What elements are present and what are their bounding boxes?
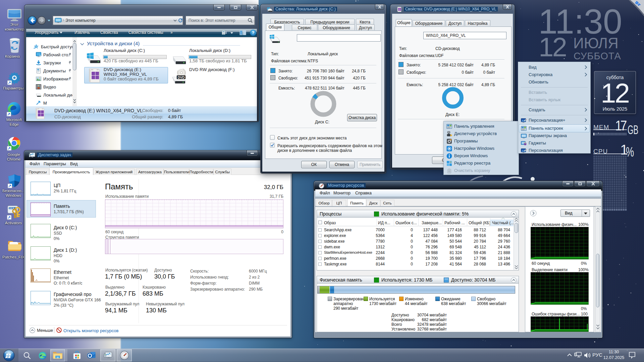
svg-text:DVD: DVD [178,76,185,79]
